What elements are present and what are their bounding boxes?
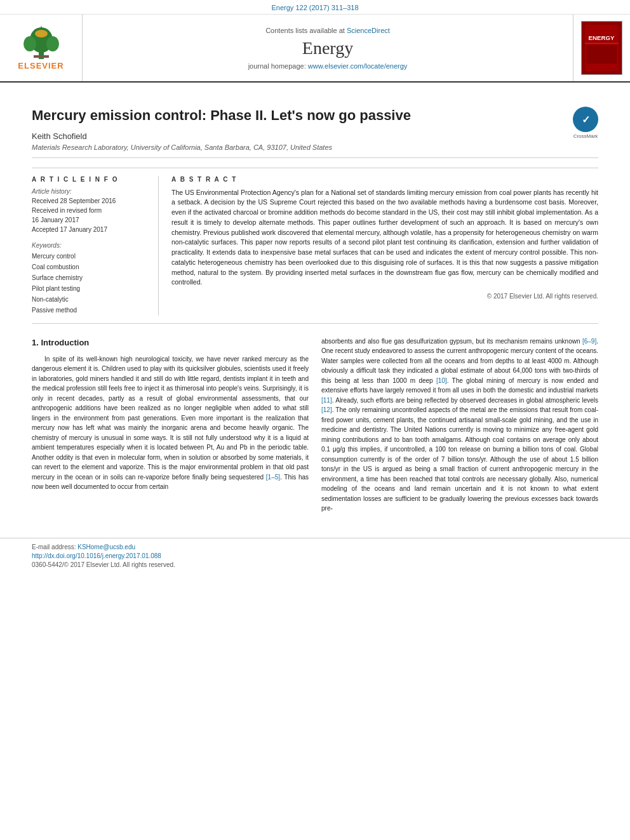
- ref-11[interactable]: [11]: [321, 397, 332, 404]
- ref-12[interactable]: [12]: [321, 406, 332, 413]
- journal-name: Energy: [302, 38, 353, 58]
- affiliation: Materials Research Laboratory, Universit…: [32, 143, 598, 151]
- keywords-list: Mercury control Coal combustion Surface …: [32, 251, 149, 316]
- crossmark-icon: ✓: [573, 107, 598, 132]
- keyword-3: Surface chemistry: [32, 272, 149, 283]
- keyword-5: Non-catalytic: [32, 294, 149, 305]
- svg-point-6: [35, 30, 48, 37]
- journal-cover-area: ENERGY: [573, 15, 630, 81]
- elsevier-wordmark: ELSEVIER: [18, 61, 64, 70]
- article-title: Mercury emission control: Phase II. Let'…: [32, 107, 598, 125]
- keywords-section: Keywords: Mercury control Coal combustio…: [32, 242, 149, 316]
- author-name: Keith Schofield: [32, 131, 598, 141]
- article-info-abstract-section: A R T I C L E I N F O Article history: R…: [32, 168, 598, 324]
- intro-paragraph-2: absorbents and also flue gas desulfuriza…: [321, 337, 598, 514]
- article-title-section: Mercury emission control: Phase II. Let'…: [32, 95, 598, 158]
- elsevier-tree-icon: [16, 26, 67, 61]
- svg-point-2: [23, 36, 36, 51]
- history-label: Article history:: [32, 188, 149, 195]
- ref-6-9[interactable]: [6–9]: [582, 338, 596, 345]
- accepted-date: Accepted 17 January 2017: [32, 225, 149, 234]
- svg-rect-4: [34, 55, 49, 58]
- abstract-heading: A B S T R A C T: [171, 176, 598, 183]
- body-left-column: 1. Introduction In spite of its well-kno…: [32, 337, 309, 519]
- body-right-column: absorbents and also flue gas desulfuriza…: [321, 337, 598, 519]
- copyright-line: © 2017 Elsevier Ltd. All rights reserved…: [171, 293, 598, 300]
- abstract-column: A B S T R A C T The US Environmental Pro…: [171, 176, 598, 316]
- doi-line: http://dx.doi.org/10.1016/j.energy.2017.…: [32, 552, 598, 559]
- keyword-2: Coal combustion: [32, 262, 149, 272]
- citation-bar: Energy 122 (2017) 311–318: [0, 0, 630, 15]
- homepage-url[interactable]: www.elsevier.com/locate/energy: [308, 62, 408, 70]
- svg-point-3: [46, 36, 59, 51]
- abstract-text: The US Environmental Protection Agency's…: [171, 188, 598, 288]
- received-date: Received 28 September 2016: [32, 196, 149, 206]
- elsevier-logo: ELSEVIER: [16, 26, 67, 70]
- sciencedirect-link[interactable]: ScienceDirect: [347, 27, 390, 34]
- keyword-6: Passive method: [32, 305, 149, 316]
- journal-header-center: Contents lists available at ScienceDirec…: [83, 15, 573, 81]
- svg-text:ENERGY: ENERGY: [589, 34, 615, 41]
- keyword-4: Pilot plant testing: [32, 283, 149, 294]
- doi-link[interactable]: http://dx.doi.org/10.1016/j.energy.2017.…: [32, 552, 161, 559]
- page: Energy 122 (2017) 311–318 ELSEVIER: [0, 0, 630, 840]
- email-line: E-mail address: KSHome@ucsb.edu: [32, 543, 598, 550]
- received-revised-date: 16 January 2017: [32, 215, 149, 225]
- sciencedirect-line: Contents lists available at ScienceDirec…: [265, 27, 390, 34]
- article-info-heading: A R T I C L E I N F O: [32, 176, 149, 183]
- ref-1-5[interactable]: [1–5]: [266, 474, 280, 481]
- citation-text: Energy 122 (2017) 311–318: [272, 4, 359, 11]
- email-link[interactable]: KSHome@ucsb.edu: [77, 543, 135, 550]
- article-info-column: A R T I C L E I N F O Article history: R…: [32, 176, 159, 316]
- crossmark-label: CrossMark: [573, 133, 598, 139]
- journal-header: ELSEVIER Contents lists available at Sci…: [0, 15, 630, 83]
- email-label: E-mail address:: [32, 543, 76, 550]
- homepage-line: journal homepage: www.elsevier.com/locat…: [248, 62, 408, 70]
- svg-rect-11: [587, 45, 617, 63]
- received-revised-label: Received in revised form: [32, 206, 149, 215]
- footer-section: E-mail address: KSHome@ucsb.edu http://d…: [0, 538, 630, 573]
- keyword-1: Mercury control: [32, 251, 149, 262]
- journal-cover-image: ENERGY: [581, 21, 622, 75]
- elsevier-logo-area: ELSEVIER: [0, 15, 83, 81]
- crossmark-badge: ✓ CrossMark: [573, 107, 598, 139]
- keywords-label: Keywords:: [32, 242, 149, 249]
- article-history: Article history: Received 28 September 2…: [32, 188, 149, 234]
- issn-line: 0360-5442/© 2017 Elsevier Ltd. All right…: [32, 561, 598, 568]
- body-content: 1. Introduction In spite of its well-kno…: [32, 337, 598, 519]
- main-content: Mercury emission control: Phase II. Let'…: [0, 83, 630, 531]
- intro-heading: 1. Introduction: [32, 337, 309, 349]
- ref-10[interactable]: [10]: [436, 377, 447, 384]
- intro-paragraph-1: In spite of its well-known high neurolog…: [32, 354, 309, 492]
